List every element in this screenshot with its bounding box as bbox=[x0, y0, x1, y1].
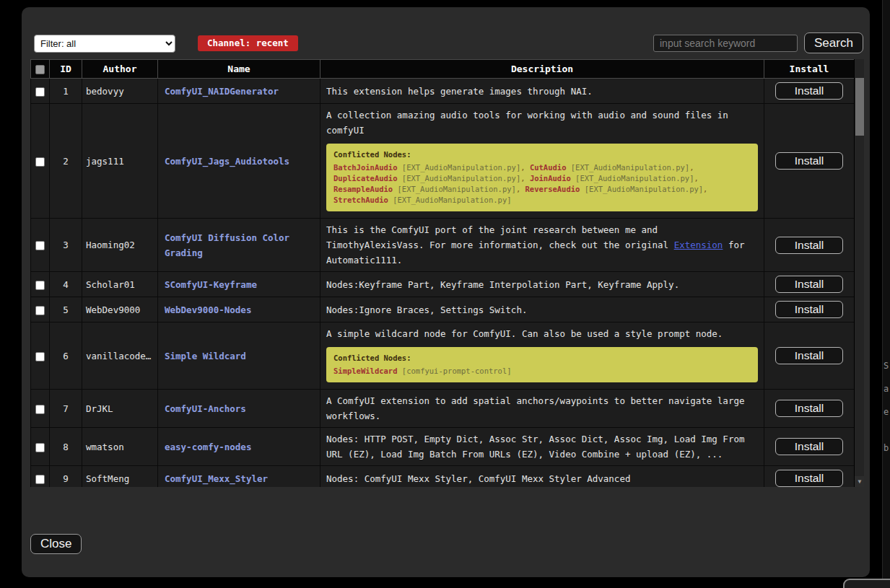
header-id: ID bbox=[50, 60, 82, 79]
row-author: wmatson bbox=[82, 428, 158, 466]
row-checkbox[interactable] bbox=[35, 87, 45, 97]
table-row: 8wmatsoneasy-comfy-nodesNodes: HTTP POST… bbox=[31, 428, 855, 466]
background-partial-button bbox=[843, 579, 890, 588]
comfyui-page: Saeb Filter: all Channel: recent Search bbox=[0, 0, 890, 588]
install-button[interactable]: Install bbox=[775, 237, 844, 254]
row-id: 3 bbox=[50, 219, 82, 272]
table-row: 5WebDev9000WebDev9000-NodesNodes:Ignore … bbox=[31, 297, 855, 322]
table-row: 9SoftMengComfyUI_Mexx_StylerNodes: Comfy… bbox=[31, 466, 855, 488]
channel-badge: Channel: recent bbox=[198, 35, 298, 51]
header-install: Install bbox=[764, 60, 855, 79]
install-button[interactable]: Install bbox=[775, 400, 844, 417]
dialog-toolbar: Filter: all Channel: recent Search bbox=[30, 29, 861, 55]
row-description: Nodes:Keyframe Part, Keyframe Interpolat… bbox=[320, 272, 764, 297]
row-checkbox[interactable] bbox=[35, 475, 45, 484]
filter-select[interactable]: Filter: all bbox=[34, 35, 175, 53]
page-scrollbar[interactable] bbox=[882, 0, 890, 588]
row-id: 9 bbox=[50, 466, 82, 488]
row-checkbox[interactable] bbox=[35, 241, 45, 250]
row-description: This is the ComfyUI port of the joint re… bbox=[320, 219, 764, 272]
row-description: A collection amazing audio tools for wor… bbox=[320, 104, 764, 219]
install-button[interactable]: Install bbox=[775, 276, 844, 293]
node-name-link[interactable]: Simple Wildcard bbox=[165, 351, 246, 361]
select-all-header bbox=[31, 60, 50, 79]
search-input[interactable] bbox=[653, 35, 798, 52]
custom-nodes-dialog: Filter: all Channel: recent Search ID bbox=[22, 7, 870, 577]
node-name-link[interactable]: ComfyUI_Mexx_Styler bbox=[165, 473, 268, 484]
install-button[interactable]: Install bbox=[775, 470, 844, 487]
row-checkbox[interactable] bbox=[35, 157, 45, 167]
row-description: A ComfyUI extension to add spatial ancho… bbox=[320, 390, 764, 428]
row-id: 6 bbox=[50, 322, 82, 390]
conflict-title: Conflicted Nodes: bbox=[333, 149, 751, 160]
conflict-title: Conflicted Nodes: bbox=[333, 353, 751, 364]
conflict-node-name: JoinAudio bbox=[530, 174, 571, 183]
conflict-node-name: CutAudio bbox=[530, 163, 567, 172]
conflict-node-source: [EXT_AudioManipulation.py] bbox=[398, 185, 516, 193]
node-name-link[interactable]: SComfyUI-Keyframe bbox=[165, 279, 257, 290]
table-row: 3Haoming02ComfyUI Diffusion Color Gradin… bbox=[31, 219, 855, 272]
table-row: 7DrJKLComfyUI-AnchorsA ComfyUI extension… bbox=[31, 390, 855, 428]
table-scrollbar-thumb[interactable] bbox=[855, 78, 864, 136]
conflict-node-name: SimpleWildcard bbox=[333, 367, 398, 375]
table-row: 1bedovyyComfyUI_NAIDGeneratorThis extens… bbox=[31, 79, 855, 104]
conflict-node-name: DuplicateAudio bbox=[333, 174, 398, 183]
row-description: Nodes: HTTP POST, Empty Dict, Assoc Str,… bbox=[320, 428, 764, 466]
conflict-node-name: BatchJoinAudio bbox=[333, 163, 398, 172]
table-row: 6vanillacode314Simple WildcardA simple w… bbox=[31, 322, 855, 390]
conflict-node-source: [EXT_AudioManipulation.py] bbox=[402, 163, 520, 172]
table-row: 4Scholar01SComfyUI-KeyframeNodes:Keyfram… bbox=[31, 272, 855, 297]
install-button[interactable]: Install bbox=[775, 301, 844, 318]
row-author: jags111 bbox=[82, 104, 158, 219]
conflict-warning: Conflicted Nodes:BatchJoinAudio [EXT_Aud… bbox=[326, 144, 758, 211]
conflict-node-name: StretchAudio bbox=[333, 196, 388, 204]
row-author: SoftMeng bbox=[82, 466, 158, 488]
table-header-row: ID Author Name Description Install bbox=[31, 60, 855, 79]
node-name-link[interactable]: WebDev9000-Nodes bbox=[165, 304, 251, 315]
header-name: Name bbox=[158, 60, 320, 79]
conflict-list: BatchJoinAudio [EXT_AudioManipulation.py… bbox=[333, 163, 707, 204]
conflict-node-source: [EXT_AudioManipulation.py] bbox=[393, 196, 511, 204]
node-name-link[interactable]: ComfyUI Diffusion Color Grading bbox=[165, 232, 289, 258]
table-scrollbar[interactable]: ▼ bbox=[854, 59, 864, 487]
row-checkbox[interactable] bbox=[35, 306, 45, 315]
row-id: 2 bbox=[50, 104, 82, 219]
row-id: 7 bbox=[50, 390, 82, 428]
row-author: bedovyy bbox=[82, 79, 158, 104]
node-name-link[interactable]: ComfyUI_Jags_Audiotools bbox=[165, 156, 289, 167]
row-author: Haoming02 bbox=[82, 219, 158, 272]
row-id: 1 bbox=[50, 79, 82, 104]
install-button[interactable]: Install bbox=[775, 438, 844, 455]
row-id: 5 bbox=[50, 297, 82, 322]
row-checkbox[interactable] bbox=[35, 352, 45, 361]
row-checkbox[interactable] bbox=[35, 443, 45, 452]
background-text-fragment: a bbox=[884, 384, 889, 394]
background-text-fragment: S bbox=[884, 361, 889, 371]
row-description: A simple wildcard node for ComfyUI. Can … bbox=[320, 322, 764, 390]
search-button[interactable]: Search bbox=[804, 32, 863, 53]
row-author: vanillacode314 bbox=[82, 322, 158, 390]
install-button[interactable]: Install bbox=[775, 152, 844, 170]
close-button[interactable]: Close bbox=[30, 534, 82, 554]
scroll-down-button[interactable]: ▼ bbox=[855, 476, 864, 487]
row-checkbox[interactable] bbox=[35, 281, 45, 290]
conflict-warning: Conflicted Nodes:SimpleWildcard [comfyui… bbox=[326, 347, 758, 382]
row-author: WebDev9000 bbox=[82, 297, 158, 322]
table-body: 1bedovyyComfyUI_NAIDGeneratorThis extens… bbox=[31, 79, 855, 488]
row-checkbox[interactable] bbox=[35, 405, 45, 414]
node-name-link[interactable]: ComfyUI-Anchors bbox=[165, 403, 246, 414]
custom-nodes-table-container: ID Author Name Description Install 1bedo… bbox=[30, 59, 864, 487]
install-button[interactable]: Install bbox=[775, 82, 844, 100]
row-description: Nodes:Ignore Braces, Settings Switch. bbox=[320, 297, 764, 322]
header-author: Author bbox=[82, 60, 158, 79]
table-row: 2jags111ComfyUI_Jags_AudiotoolsA collect… bbox=[31, 104, 855, 219]
node-name-link[interactable]: easy-comfy-nodes bbox=[165, 442, 251, 452]
select-all-checkbox[interactable] bbox=[35, 65, 45, 74]
conflict-node-name: ResampleAudio bbox=[333, 185, 393, 193]
node-name-link[interactable]: ComfyUI_NAIDGenerator bbox=[165, 86, 279, 97]
conflict-node-source: [EXT_AudioManipulation.py] bbox=[585, 185, 703, 193]
row-id: 4 bbox=[50, 272, 82, 297]
conflict-list: SimpleWildcard [comfyui-prompt-control] bbox=[333, 367, 512, 375]
install-button[interactable]: Install bbox=[775, 347, 844, 364]
description-link[interactable]: Extension bbox=[674, 240, 723, 250]
